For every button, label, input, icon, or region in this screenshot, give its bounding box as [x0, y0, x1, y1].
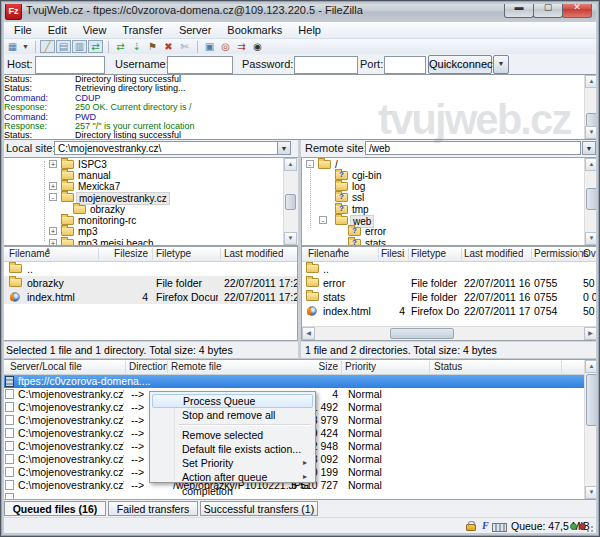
- cancel-icon[interactable]: ✖: [161, 40, 176, 53]
- column-filetype[interactable]: Filetype: [411, 248, 446, 259]
- queue-scrollbar[interactable]: ▲ ▼: [584, 360, 599, 499]
- site-manager-icon[interactable]: ▦: [5, 40, 20, 53]
- column-filetype[interactable]: Filetype: [156, 248, 191, 259]
- column-status[interactable]: Status: [434, 361, 462, 372]
- tab-queued-files[interactable]: Queued files (16): [4, 501, 106, 516]
- menu-item-remove-selected[interactable]: Remove selected: [152, 428, 313, 442]
- scrollbar-thumb[interactable]: [285, 194, 296, 210]
- file-row-obrazky[interactable]: obrazky File folder 22/07/2011 17:20:29: [3, 276, 297, 290]
- menu-view[interactable]: View: [75, 23, 115, 37]
- file-row-index-html[interactable]: index.html 4 Firefox Docum... 22/07/2011…: [3, 290, 297, 304]
- menu-item-default-file-exists-action[interactable]: Default file exists action...: [152, 442, 313, 456]
- expander-icon[interactable]: -: [319, 216, 327, 224]
- expander-icon[interactable]: +: [49, 182, 57, 190]
- menu-item-set-priority[interactable]: Set Priority▸: [152, 456, 313, 470]
- host-input[interactable]: [35, 56, 105, 74]
- maximize-button[interactable]: ▢: [533, 0, 563, 18]
- column-direction[interactable]: Direction: [129, 361, 168, 372]
- file-row-stats[interactable]: stats File folder 22/07/2011 16:... 0755…: [302, 290, 597, 304]
- tree-connector: [310, 166, 311, 228]
- menu-bookmarks[interactable]: Bookmarks: [219, 23, 290, 37]
- remote-tree-scrollbar[interactable]: ▲ ▼: [584, 158, 599, 245]
- expander-icon[interactable]: +: [49, 239, 57, 246]
- username-input[interactable]: [167, 56, 233, 74]
- queue-row-server[interactable]: ftpes://c0vzorova-domena....: [1, 375, 584, 388]
- column-last-modified[interactable]: Last modified: [224, 248, 283, 259]
- column-last-modified[interactable]: Last modified: [464, 248, 523, 259]
- column-filesize[interactable]: Filesize: [381, 248, 405, 259]
- scroll-up-icon[interactable]: ▲: [284, 158, 297, 171]
- minimize-button[interactable]: ▬: [504, 0, 534, 18]
- file-row-up[interactable]: ..: [302, 262, 597, 276]
- queue-toggle-icon[interactable]: ⇄: [88, 40, 103, 53]
- local-site-dropdown-icon[interactable]: ▼: [277, 141, 291, 155]
- scroll-down-icon[interactable]: ▼: [585, 232, 598, 245]
- scroll-down-icon[interactable]: ▼: [284, 232, 297, 245]
- column-filename[interactable]: Filename: [9, 248, 50, 259]
- process-queue-icon[interactable]: ⇣: [129, 40, 144, 53]
- scroll-left-icon[interactable]: ◀: [302, 327, 315, 340]
- column-filename[interactable]: Filename: [308, 248, 349, 259]
- password-input[interactable]: [294, 56, 358, 74]
- menu-item-action-after-queue-completion[interactable]: Action after queue completion▸: [152, 470, 313, 484]
- remote-site-combo[interactable]: /web: [365, 141, 581, 155]
- column-filesize[interactable]: Filesize: [102, 248, 148, 259]
- column-server-local-file[interactable]: Server/Local file: [10, 361, 82, 372]
- scrollbar-thumb[interactable]: [586, 113, 597, 127]
- menu-item-process-queue[interactable]: Process Queue: [152, 394, 313, 408]
- expander-icon[interactable]: +: [49, 160, 57, 168]
- recursive-operation-icon[interactable]: ⚑: [145, 40, 160, 53]
- compare-icon[interactable]: ◎: [218, 40, 233, 53]
- file-row-index-html[interactable]: index.html 4 Firefox Doc... 22/07/2011 1…: [302, 304, 597, 318]
- filter-icon[interactable]: ▣: [202, 40, 217, 53]
- quickconnect-dropdown-icon[interactable]: ▼: [493, 55, 509, 74]
- scrollbar-thumb[interactable]: [586, 374, 597, 426]
- quickconnect-button[interactable]: Quickconnect: [428, 55, 492, 74]
- column-permissions[interactable]: Permissions: [534, 248, 588, 259]
- column-priority[interactable]: Priority: [345, 361, 376, 372]
- remote-list-hscrollbar[interactable]: ◀ ▶: [302, 326, 597, 340]
- expander-icon[interactable]: +: [49, 227, 57, 235]
- close-button[interactable]: ✕: [562, 0, 592, 18]
- local-tree-scrollbar[interactable]: ▲ ▼: [283, 158, 298, 245]
- remote-site-dropdown-icon[interactable]: ▼: [582, 141, 596, 155]
- local-site-combo[interactable]: C:\mojenovestranky.cz\: [54, 141, 278, 155]
- scroll-down-icon[interactable]: ▼: [585, 126, 598, 139]
- message-log-toggle-icon[interactable]: ╱: [40, 40, 55, 53]
- column-remote-file[interactable]: Remote file: [171, 361, 222, 372]
- expander-icon[interactable]: -: [306, 160, 314, 168]
- column-size[interactable]: Size: [301, 361, 338, 372]
- queue-row-partial[interactable]: [1, 492, 584, 500]
- menu-transfer[interactable]: Transfer: [114, 23, 171, 37]
- menu-file[interactable]: File: [6, 23, 40, 37]
- menu-help[interactable]: Help: [290, 23, 329, 37]
- server-icon: [5, 376, 14, 387]
- refresh-icon[interactable]: ⇄: [113, 40, 128, 53]
- remote-tree-toggle-icon[interactable]: ▥: [72, 40, 87, 53]
- scroll-up-icon[interactable]: ▲: [585, 158, 598, 171]
- sync-browse-icon[interactable]: ⇉: [234, 40, 249, 53]
- menu-item-stop-and-remove-all[interactable]: Stop and remove all: [152, 408, 313, 422]
- file-row-up[interactable]: ..: [3, 262, 297, 276]
- quickconnect-bar: Host: Username: Password: Port: Quickcon…: [2, 54, 598, 75]
- find-files-icon[interactable]: ◉: [250, 40, 265, 53]
- scroll-up-icon[interactable]: ▲: [585, 360, 598, 373]
- column-owner[interactable]: Ov: [583, 248, 596, 259]
- scrollbar-thumb[interactable]: [390, 328, 454, 339]
- scroll-right-icon[interactable]: ▶: [584, 327, 597, 340]
- port-input[interactable]: [384, 56, 426, 74]
- tab-successful-transfers[interactable]: Successful transfers (1): [200, 501, 318, 516]
- menu-edit[interactable]: Edit: [40, 23, 75, 37]
- tab-failed-transfers[interactable]: Failed transfers: [108, 501, 198, 516]
- log-scrollbar[interactable]: ▲ ▼: [584, 75, 599, 139]
- expander-icon[interactable]: -: [49, 193, 57, 201]
- menu-server[interactable]: Server: [171, 23, 219, 37]
- scrollbar-thumb[interactable]: [586, 188, 597, 210]
- file-row-error[interactable]: error File folder 22/07/2011 16:... 0755…: [302, 276, 597, 290]
- resize-grip[interactable]: [586, 523, 596, 533]
- scroll-up-icon[interactable]: ▲: [585, 75, 598, 88]
- site-manager-dropdown-icon[interactable]: ▼: [21, 40, 30, 53]
- disconnect-icon[interactable]: ✄: [177, 40, 192, 53]
- local-tree-toggle-icon[interactable]: ▤: [56, 40, 71, 53]
- scroll-down-icon[interactable]: ▼: [585, 486, 598, 499]
